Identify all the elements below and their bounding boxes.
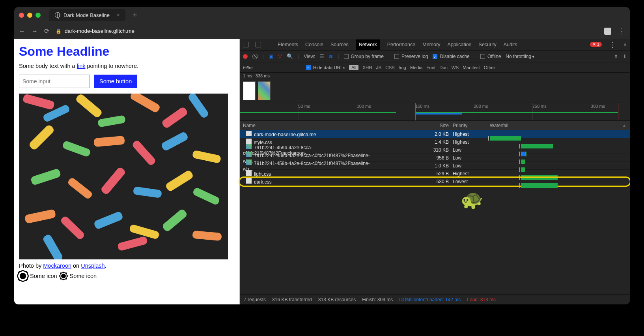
timeline-ruler[interactable]: 50 ms 100 ms 150 ms 200 ms 250 ms 300 ms — [240, 103, 630, 121]
tab-performance[interactable]: Performance — [387, 42, 416, 47]
filter-toggle-icon[interactable]: ▽ — [278, 53, 282, 59]
status-transferred: 316 KB transferred — [272, 297, 312, 302]
row-priority: Highest — [453, 171, 488, 176]
screenshot-preview[interactable] — [258, 81, 271, 100]
credit-prefix: Photo by — [19, 263, 43, 269]
devtools-menu-icon[interactable]: ⋮ — [609, 40, 616, 49]
tab-security[interactable]: Security — [479, 42, 497, 47]
preserve-log-toggle[interactable]: Preserve log — [394, 54, 428, 59]
inspect-element-icon[interactable] — [243, 42, 248, 47]
disable-cache-toggle[interactable]: Disable cache — [433, 54, 469, 59]
lock-icon: 🔒 — [56, 28, 62, 34]
group-by-frame-toggle[interactable]: Group by frame — [344, 54, 384, 59]
close-window-button[interactable] — [19, 13, 24, 18]
tab-network[interactable]: Network — [356, 39, 380, 50]
window-controls — [19, 13, 41, 18]
filter-manifest[interactable]: Manifest — [463, 65, 480, 70]
screenshot-icon[interactable]: ▣ — [269, 53, 273, 59]
back-button[interactable]: ← — [19, 28, 25, 35]
tab-console[interactable]: Console — [305, 42, 323, 47]
credit-suffix: . — [105, 263, 106, 269]
clear-button[interactable] — [252, 54, 258, 59]
url-field[interactable]: 🔒 dark-mode-baseline.glitch.me — [56, 28, 134, 34]
filter-ws[interactable]: WS — [452, 65, 459, 70]
offline-toggle[interactable]: Offline — [480, 54, 501, 59]
meta-size: 338 ms — [256, 73, 270, 80]
extension-icon[interactable] — [604, 28, 611, 35]
filter-font[interactable]: Font — [426, 65, 435, 70]
view-small-icon[interactable]: ≋ — [329, 54, 333, 59]
tab-memory[interactable]: Memory — [422, 42, 440, 47]
demo-button[interactable]: Some button — [94, 75, 137, 88]
import-har-icon[interactable]: ⬇ — [623, 54, 627, 59]
row-name: light.css — [240, 170, 378, 177]
col-header-name[interactable]: Name — [240, 123, 378, 128]
screenshot-preview[interactable] — [243, 81, 256, 100]
export-har-icon[interactable]: ⬆ — [614, 54, 618, 59]
file-icon — [246, 178, 252, 184]
throttling-select[interactable]: No throttling ▾ — [506, 54, 534, 59]
sun-icon — [20, 273, 26, 279]
network-row[interactable]: dark.css530 BLowest — [240, 178, 630, 186]
status-load: Load: 313 ms — [467, 297, 496, 302]
col-header-waterfall[interactable]: Waterfall — [488, 123, 622, 128]
credit-author-link[interactable]: Mockaroon — [43, 263, 71, 269]
body-link[interactable]: link — [77, 63, 86, 69]
search-icon[interactable]: 🔍 — [287, 53, 293, 59]
rendered-page: Some Headline Some body text with a link… — [14, 39, 240, 304]
network-row[interactable]: dark-mode-baseline.glitch.me2.0 KBHighes… — [240, 130, 630, 138]
tab-elements[interactable]: Elements — [278, 42, 298, 47]
row-priority: Low — [453, 163, 488, 169]
col-header-priority[interactable]: Priority — [453, 123, 488, 128]
fullscreen-window-button[interactable] — [35, 13, 41, 18]
row-size: 956 B — [378, 155, 453, 161]
filter-js[interactable]: JS — [376, 65, 381, 70]
device-toolbar-icon[interactable] — [256, 42, 261, 47]
minimize-window-button[interactable] — [27, 13, 32, 18]
browser-tab[interactable]: Dark Mode Baseline × — [49, 9, 125, 21]
new-tab-button[interactable]: + — [129, 9, 140, 21]
network-row[interactable]: 791b2241-459b-4a2e-8cca-c0fdc21f0487%2Fb… — [240, 162, 630, 170]
url-text: dark-mode-baseline.glitch.me — [65, 28, 134, 34]
view-large-icon[interactable]: ☰ — [320, 54, 324, 59]
demo-image — [19, 94, 228, 259]
row-priority: Highest — [453, 131, 488, 137]
row-priority: Low — [453, 147, 488, 153]
ruler-mark: 300 ms — [591, 104, 605, 109]
tab-title: Dark Mode Baseline — [63, 12, 110, 18]
record-button[interactable] — [243, 54, 248, 59]
filter-xhr[interactable]: XHR — [362, 65, 372, 70]
demo-input[interactable] — [19, 75, 90, 88]
row-size: 2.0 KB — [378, 131, 453, 137]
filter-other[interactable]: Other — [484, 65, 495, 70]
filter-doc[interactable]: Doc — [439, 65, 447, 70]
hide-data-urls-toggle[interactable]: Hide data URLs — [306, 65, 345, 70]
tab-application[interactable]: Application — [447, 42, 471, 47]
browser-menu-button[interactable]: ⋮ — [618, 27, 625, 36]
network-toolbar: | ▣ ▽ 🔍 | View: ☰ ≋ | Group by frame | P… — [240, 51, 630, 62]
forward-button[interactable]: → — [32, 28, 38, 35]
col-header-size[interactable]: Size — [378, 123, 453, 128]
tab-sources[interactable]: Sources — [330, 42, 349, 47]
tab-audits[interactable]: Audits — [504, 42, 517, 47]
ruler-mark: 250 ms — [532, 104, 547, 109]
filter-input[interactable]: Filter — [243, 65, 302, 70]
close-tab-icon[interactable]: × — [117, 12, 120, 18]
reload-button[interactable]: ⟳ — [44, 27, 49, 35]
devtools-tab-bar: Elements Console Sources Network Perform… — [240, 39, 630, 51]
row-size: 1.4 KB — [378, 139, 453, 145]
row-name: dark.css — [240, 178, 378, 185]
file-icon — [246, 152, 252, 157]
row-name: dark-mode-baseline.glitch.me — [240, 131, 378, 137]
filter-all[interactable]: All — [349, 65, 358, 70]
filter-css[interactable]: CSS — [385, 65, 395, 70]
error-badge[interactable]: ✕ 1 — [590, 42, 602, 47]
filter-img[interactable]: Img — [399, 65, 406, 70]
view-label: View: — [304, 54, 315, 59]
status-dcl: DOMContentLoaded: 142 ms — [399, 297, 461, 302]
overview-meta: 1 ms 338 ms — [240, 73, 630, 81]
network-row[interactable]: light.css529 BHighest — [240, 170, 630, 178]
credit-site-link[interactable]: Unsplash — [81, 263, 105, 269]
devtools-close-icon[interactable]: × — [623, 41, 627, 48]
filter-media[interactable]: Media — [410, 65, 422, 70]
